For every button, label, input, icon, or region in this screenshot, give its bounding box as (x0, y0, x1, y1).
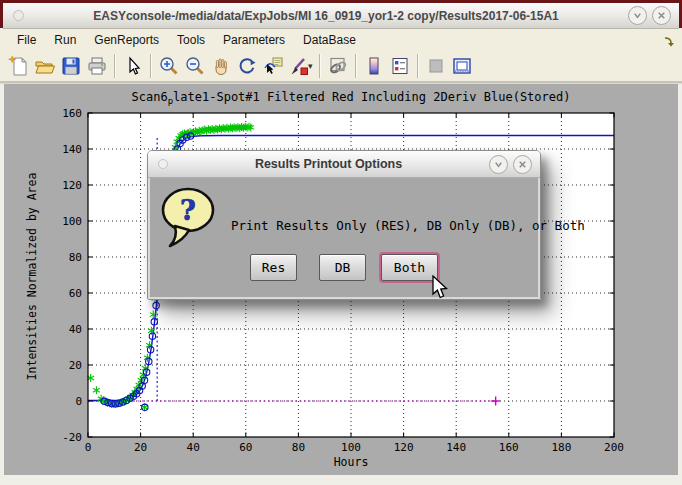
dialog-titlebar[interactable]: Results Printout Options (148, 151, 540, 178)
svg-text:100: 100 (341, 441, 361, 454)
svg-text:160: 160 (62, 107, 82, 120)
menu-parameters[interactable]: Parameters (214, 31, 294, 49)
dialog-title: Results Printout Options (168, 157, 489, 171)
menu-bar: File Run GenReports Tools Parameters Dat… (0, 29, 682, 50)
zoom-in-icon (158, 55, 180, 77)
toolbar-separator (319, 54, 321, 78)
svg-text:100: 100 (62, 215, 82, 228)
menu-database[interactable]: DataBase (294, 31, 365, 49)
colorbar-button[interactable] (361, 53, 387, 79)
window-title: EASYconsole-/media/data/ExpJobs/MI 16_09… (24, 9, 628, 23)
toolbar-separator (355, 54, 357, 78)
new-file-button[interactable] (6, 53, 32, 79)
svg-text:20: 20 (69, 359, 82, 372)
data-cursor-icon (262, 55, 284, 77)
pointer-tool-button[interactable] (120, 53, 146, 79)
zoom-out-icon (184, 55, 206, 77)
brush-icon (288, 55, 310, 77)
svg-text:140: 140 (446, 441, 466, 454)
dock-figure-button[interactable] (449, 53, 475, 79)
save-floppy-icon (60, 55, 82, 77)
plot-title: Scan6plate1-Spot#1 Filtered Red Includin… (88, 90, 614, 106)
chevron-down-icon (492, 158, 505, 171)
dock-figure-icon (451, 55, 473, 77)
hidden-disabled-button (423, 53, 449, 79)
dialog-menu-button[interactable] (158, 159, 168, 169)
menu-file[interactable]: File (8, 31, 45, 49)
question-bubble-icon: ? (158, 184, 224, 256)
save-button[interactable] (58, 53, 84, 79)
brush-dropdown-caret-icon[interactable]: ▾ (308, 61, 313, 71)
results-printout-dialog: Results Printout Options ? Print Results… (147, 150, 541, 300)
zoom-out-button[interactable] (182, 53, 208, 79)
menu-tools[interactable]: Tools (168, 31, 214, 49)
toolbar: ▾ (0, 50, 682, 81)
shade-button[interactable] (628, 6, 647, 25)
svg-text:180: 180 (551, 441, 571, 454)
open-folder-icon (34, 55, 56, 77)
svg-text:40: 40 (69, 323, 82, 336)
dialog-controls (489, 155, 532, 174)
x-axis-label: Hours (88, 455, 614, 469)
toolbar-separator (417, 54, 419, 78)
window-titlebar[interactable]: EASYconsole-/media/data/ExpJobs/MI 16_09… (3, 3, 679, 29)
svg-text:60: 60 (69, 287, 82, 300)
disabled-square-icon (425, 55, 447, 77)
close-button[interactable] (652, 6, 671, 25)
svg-text:-20: -20 (62, 431, 82, 444)
menu-genreports[interactable]: GenReports (85, 31, 168, 49)
menu-overflow-arrow-icon[interactable] (663, 33, 675, 51)
db-button[interactable]: DB (319, 254, 366, 281)
res-button[interactable]: Res (250, 254, 297, 281)
link-chain-icon (327, 55, 349, 77)
svg-text:0: 0 (85, 441, 92, 454)
svg-text:120: 120 (394, 441, 414, 454)
new-file-icon (8, 55, 30, 77)
svg-text:140: 140 (62, 143, 82, 156)
svg-text:?: ? (180, 195, 196, 226)
zoom-in-button[interactable] (156, 53, 182, 79)
dialog-shade-button[interactable] (489, 155, 508, 174)
open-file-button[interactable] (32, 53, 58, 79)
pan-tool-button[interactable] (208, 53, 234, 79)
chevron-down-icon (631, 9, 644, 22)
svg-text:80: 80 (69, 251, 82, 264)
svg-text:40: 40 (187, 441, 200, 454)
colorbar-icon (363, 55, 385, 77)
toolbar-separator (150, 54, 152, 78)
y-axis-label: Intensities Normalized by Area (25, 169, 40, 385)
window-controls (628, 6, 671, 25)
svg-text:80: 80 (292, 441, 305, 454)
svg-text:120: 120 (62, 179, 82, 192)
pointer-arrow-icon (122, 55, 144, 77)
close-icon (516, 158, 529, 171)
legend-button[interactable] (387, 53, 413, 79)
svg-text:0: 0 (75, 395, 82, 408)
close-icon (655, 9, 668, 22)
dialog-body: ? Print Results Only (RES), DB Only (DB)… (148, 178, 540, 299)
toolbar-separator (114, 54, 116, 78)
data-cursor-button[interactable] (260, 53, 286, 79)
rotate-3d-icon (236, 55, 258, 77)
dialog-close-button[interactable] (513, 155, 532, 174)
rotate-3d-button[interactable] (234, 53, 260, 79)
pan-hand-icon (210, 55, 232, 77)
dialog-message: Print Results Only (RES), DB Only (DB), … (231, 218, 585, 233)
link-plots-button[interactable] (325, 53, 351, 79)
svg-text:160: 160 (499, 441, 519, 454)
mouse-cursor-icon (429, 275, 451, 301)
legend-icon (389, 55, 411, 77)
window-menu-button[interactable] (13, 10, 24, 21)
menu-run[interactable]: Run (45, 31, 85, 49)
print-button[interactable] (84, 53, 110, 79)
svg-text:20: 20 (134, 441, 147, 454)
svg-text:200: 200 (604, 441, 624, 454)
svg-text:60: 60 (239, 441, 252, 454)
printer-icon (86, 55, 108, 77)
